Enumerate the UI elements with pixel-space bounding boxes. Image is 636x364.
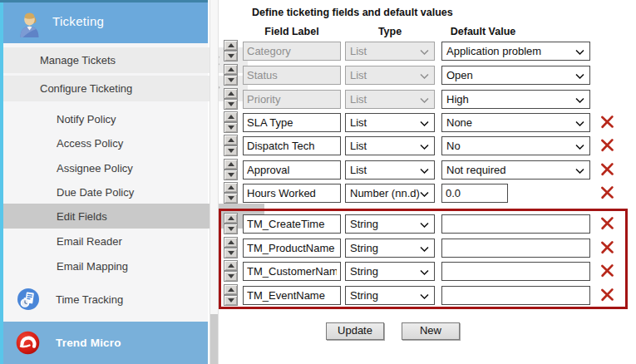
- move-down-button[interactable]: [224, 99, 238, 110]
- new-button[interactable]: New: [402, 322, 460, 340]
- default-value-select[interactable]: None: [441, 113, 590, 132]
- default-value-select[interactable]: Not required: [441, 160, 590, 180]
- row-reorder-spinner: [224, 135, 238, 156]
- type-select[interactable]: String: [345, 214, 435, 234]
- field-row-tm-customername: String: [224, 260, 628, 283]
- default-value-input[interactable]: [441, 239, 590, 258]
- update-button[interactable]: Update: [326, 322, 384, 340]
- field-row-approval: List Not required: [224, 159, 628, 181]
- row-reorder-spinner: [224, 88, 238, 110]
- delete-row-icon[interactable]: [600, 288, 614, 302]
- sidebar-header-ticketing[interactable]: Ticketing: [0, 0, 208, 43]
- arrow-down-icon: [228, 251, 234, 255]
- row-reorder-spinner: [224, 159, 238, 180]
- sidebar-top-edge: [0, 0, 208, 2]
- move-down-button[interactable]: [224, 295, 238, 306]
- delete-row-icon[interactable]: [600, 115, 614, 129]
- sidebar-item-label: Access Policy: [57, 137, 123, 150]
- column-header-field-label: Field Label: [243, 26, 341, 37]
- arrow-up-icon: [228, 288, 234, 292]
- move-up-button[interactable]: [224, 284, 238, 295]
- field-label-input[interactable]: [243, 136, 341, 155]
- arrow-up-icon: [228, 91, 234, 96]
- sidebar: Ticketing Manage Tickets Configure Ticke…: [0, 0, 208, 364]
- move-down-button[interactable]: [224, 75, 238, 86]
- default-value-select[interactable]: No: [441, 136, 590, 155]
- field-row-sla-type: List None: [224, 111, 628, 134]
- chevron-down-icon: [420, 223, 429, 228]
- delete-row-icon[interactable]: [600, 185, 614, 199]
- type-select[interactable]: String: [345, 262, 435, 281]
- arrow-up-icon: [228, 162, 234, 166]
- field-label-input[interactable]: [243, 286, 341, 305]
- sidebar-item-trend-micro[interactable]: Trend Micro: [0, 322, 208, 364]
- app-window: Ticketing Manage Tickets Configure Ticke…: [0, 0, 636, 364]
- column-header-default-value: Default Value: [433, 26, 533, 37]
- field-label-input[interactable]: [243, 239, 341, 258]
- default-value-select[interactable]: High: [441, 90, 590, 109]
- type-select[interactable]: String: [345, 286, 435, 305]
- field-label-input: [243, 90, 341, 109]
- arrow-up-icon: [228, 263, 234, 268]
- default-value-select[interactable]: Open: [441, 66, 590, 85]
- row-reorder-spinner: [224, 260, 238, 282]
- move-down-button[interactable]: [224, 170, 238, 180]
- field-label-input[interactable]: [243, 160, 341, 180]
- move-down-button[interactable]: [224, 224, 238, 234]
- sidebar-item-label: Email Mapping: [57, 260, 128, 273]
- sidebar-item-time-tracking[interactable]: Time Tracking: [0, 281, 208, 317]
- move-up-button[interactable]: [224, 135, 238, 145]
- field-label-input: [243, 66, 341, 85]
- field-row-tm-eventname: String: [224, 284, 628, 307]
- scrollbar-thumb[interactable]: [210, 314, 218, 364]
- sidebar-item-label: Notify Policy: [57, 113, 116, 125]
- default-value-input[interactable]: [441, 286, 590, 305]
- chevron-down-icon: [420, 145, 429, 150]
- default-value-input[interactable]: [441, 262, 590, 281]
- default-value-select[interactable]: Application problem: [441, 42, 590, 61]
- field-row-priority: List High: [224, 88, 628, 111]
- arrow-up-icon: [228, 43, 234, 47]
- default-value-input[interactable]: [441, 184, 508, 203]
- chevron-down-icon: [420, 294, 429, 299]
- move-down-button[interactable]: [224, 51, 238, 61]
- field-label-input[interactable]: [243, 214, 341, 234]
- sidebar-accent-strip: [0, 0, 3, 364]
- move-down-button[interactable]: [224, 248, 238, 258]
- delete-row-icon[interactable]: [600, 240, 614, 254]
- chevron-down-icon: [420, 169, 429, 174]
- field-label-input[interactable]: [243, 262, 341, 281]
- type-select[interactable]: List: [345, 113, 435, 132]
- type-select[interactable]: String: [345, 239, 435, 258]
- move-up-button[interactable]: [224, 237, 238, 248]
- field-row-tm-productname: String: [224, 237, 628, 259]
- delete-row-icon[interactable]: [600, 216, 614, 230]
- type-select[interactable]: Number (nn.d): [345, 184, 435, 203]
- move-down-button[interactable]: [224, 271, 238, 282]
- default-value-input[interactable]: [441, 214, 590, 234]
- move-up-button[interactable]: [224, 64, 238, 75]
- chevron-down-icon: [420, 192, 429, 197]
- field-label-input[interactable]: [243, 184, 341, 203]
- type-select[interactable]: List: [345, 160, 435, 180]
- content-scrollbar[interactable]: [210, 0, 219, 364]
- move-up-button[interactable]: [224, 182, 238, 193]
- move-up-button[interactable]: [224, 213, 238, 224]
- move-down-button[interactable]: [224, 122, 238, 133]
- move-up-button[interactable]: [224, 88, 238, 99]
- delete-row-icon[interactable]: [600, 162, 614, 176]
- delete-row-icon[interactable]: [600, 138, 614, 152]
- arrow-up-icon: [228, 185, 234, 189]
- move-down-button[interactable]: [224, 193, 238, 204]
- move-up-button[interactable]: [224, 159, 238, 170]
- field-label-input[interactable]: [243, 113, 341, 132]
- move-up-button[interactable]: [224, 260, 238, 271]
- move-up-button[interactable]: [224, 40, 238, 51]
- type-select[interactable]: List: [345, 136, 435, 155]
- time-tracking-icon: [17, 288, 40, 311]
- move-down-button[interactable]: [224, 145, 238, 156]
- arrow-down-icon: [228, 54, 234, 58]
- delete-row-icon[interactable]: [600, 263, 614, 278]
- row-reorder-spinner: [224, 64, 238, 86]
- move-up-button[interactable]: [224, 111, 238, 122]
